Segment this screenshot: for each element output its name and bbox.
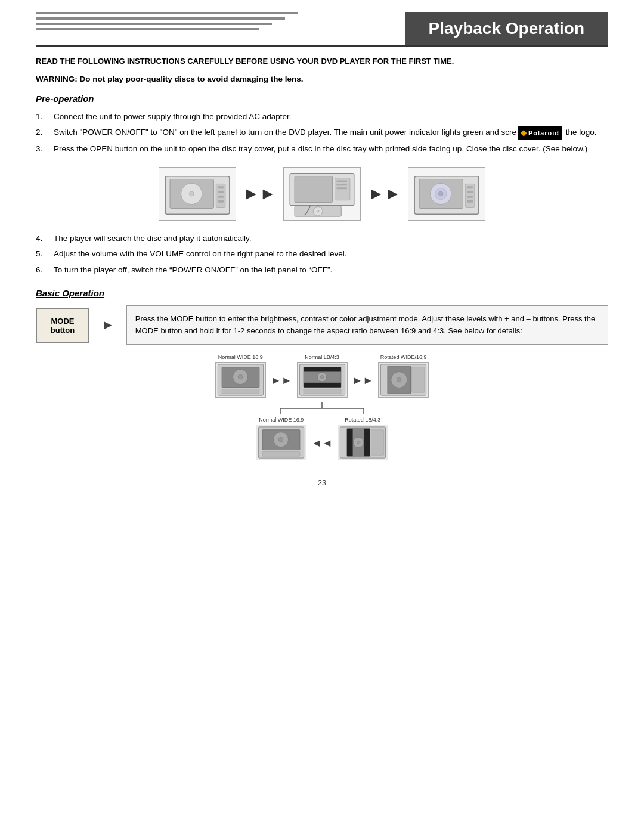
list-num-2: 2. [36, 126, 54, 140]
mode-svg-3 [379, 363, 428, 397]
list-text-2: Switch "POWER ON/OFF" to "ON" on the lef… [54, 126, 608, 140]
mode-arrow: ► [101, 317, 114, 333]
mode-image-1 [215, 362, 266, 398]
list-num-4: 4. [36, 233, 54, 244]
svg-rect-58 [371, 430, 383, 456]
mode-label-3: Rotated WIDE/16:9 [380, 354, 427, 360]
dvd-arrow-1: ►► [243, 184, 276, 203]
intro-text: READ THE FOLLOWING INSTRUCTIONS CAREFULL… [36, 56, 608, 67]
mode-label-1: Normal WIDE 16:9 [218, 354, 263, 360]
mode-image-4 [256, 425, 306, 460]
list-text-1: Connect the unit to power supply through… [54, 111, 608, 123]
header-line-4 [36, 28, 259, 30]
page: Playback Operation READ THE FOLLOWING IN… [0, 0, 644, 833]
svg-rect-24 [467, 186, 473, 188]
mode-label-2: Normal LB/4:3 [305, 354, 339, 360]
svg-point-38 [320, 375, 324, 379]
svg-rect-16 [336, 184, 347, 185]
warning-text: WARNING: Do not play poor-quality discs … [36, 74, 608, 85]
page-title: Playback Operation [405, 12, 608, 45]
dvd-svg-1 [159, 168, 236, 220]
list-num-5: 5. [36, 248, 54, 260]
mode-diagrams-row-1: Normal WIDE 16:9 ►► [36, 354, 608, 398]
svg-rect-53 [262, 452, 300, 457]
list-text-5: Adjust the volume with the VOLUME contro… [54, 248, 608, 260]
basic-op-content: MODEbutton ► Press the MODE button to en… [36, 305, 608, 345]
svg-point-22 [439, 191, 444, 196]
mode-description-box: Press the MODE button to enter the brigh… [126, 305, 608, 345]
svg-rect-15 [336, 181, 347, 182]
dvd-image-2 [283, 167, 361, 221]
svg-point-60 [357, 441, 360, 444]
mode-diagram-normal-lb: Normal LB/4:3 [297, 354, 348, 398]
header-line-1 [36, 12, 298, 14]
list-num-1: 1. [36, 111, 54, 123]
header-area: Playback Operation [0, 0, 644, 12]
pre-operation-list-2: 4. The player will search the disc and p… [36, 233, 608, 276]
pre-operation-title: Pre-operation [36, 94, 608, 104]
list-num-6: 6. [36, 264, 54, 276]
list-item-2: 2. Switch "POWER ON/OFF" to "ON" on the … [36, 126, 608, 140]
mode-diagram-rotated-lb: Rotated LB/4:3 [338, 417, 388, 460]
list-item-1: 1. Connect the unit to power supply thro… [36, 111, 608, 123]
svg-rect-36 [304, 383, 341, 388]
dvd-svg-2 [284, 168, 360, 220]
mode-diagram-normal-wide-2: Normal WIDE 16:9 [256, 417, 306, 460]
mode-image-3 [378, 362, 429, 398]
svg-rect-57 [364, 429, 370, 456]
mode-button-box: MODEbutton [36, 308, 89, 343]
svg-rect-8 [218, 200, 224, 203]
svg-rect-5 [218, 186, 224, 188]
dvd-image-3 [408, 167, 485, 221]
basic-operation-section: Basic Operation MODEbutton ► Press the M… [36, 288, 608, 460]
svg-rect-39 [304, 389, 341, 394]
mode-arrow-small-1: ►► [271, 374, 292, 387]
mode-image-5 [338, 425, 388, 460]
header-lines [36, 12, 298, 30]
mode-diagram-normal-wide: Normal WIDE 16:9 [215, 354, 266, 398]
basic-operation-title: Basic Operation [36, 288, 608, 298]
mode-svg-2 [298, 363, 347, 397]
svg-rect-42 [412, 367, 425, 393]
dvd-svg-3 [408, 168, 485, 220]
svg-point-3 [189, 191, 194, 196]
polaroid-logo: ◆Polaroid [518, 126, 562, 140]
mode-diagrams-row-2: Normal WIDE 16:9 ◄◄ Rotated LB/4:3 [36, 417, 608, 460]
header-line-3 [36, 23, 272, 25]
svg-rect-56 [347, 429, 353, 456]
mode-svg-1 [216, 363, 265, 397]
svg-rect-32 [222, 389, 259, 394]
svg-rect-26 [467, 196, 473, 198]
svg-rect-7 [218, 196, 224, 198]
svg-rect-35 [304, 367, 341, 372]
header-line-2 [36, 17, 285, 20]
svg-rect-27 [467, 200, 473, 203]
mode-label-4: Normal WIDE 16:9 [259, 417, 304, 423]
mode-svg-4 [256, 425, 306, 460]
dvd-steps-images: ►► [36, 167, 608, 221]
connecting-lines-svg [262, 402, 382, 414]
content-area: READ THE FOLLOWING INSTRUCTIONS CAREFULL… [0, 47, 644, 496]
page-number: 23 [36, 478, 608, 487]
svg-point-52 [278, 437, 283, 442]
list-text-3: Press the OPEN button on the unit to ope… [54, 143, 608, 155]
list-item-3: 3. Press the OPEN button on the unit to … [36, 143, 608, 155]
pre-operation-list: 1. Connect the unit to power supply thro… [36, 111, 608, 155]
mode-arrow-small-3: ◄◄ [311, 437, 333, 450]
dvd-arrow-2: ►► [368, 184, 401, 203]
mode-diagram-rotated-wide: Rotated WIDE/16:9 [378, 354, 429, 398]
list-item-6: 6. To turn the player off, switch the “P… [36, 264, 608, 276]
svg-point-31 [238, 374, 243, 379]
list-num-3: 3. [36, 143, 54, 155]
mode-image-2 [297, 362, 348, 398]
mode-arrow-small-2: ►► [352, 374, 374, 387]
mode-svg-5 [338, 425, 388, 460]
svg-point-13 [317, 210, 319, 212]
list-text-6: To turn the player off, switch the “POWE… [54, 264, 608, 276]
svg-rect-6 [218, 191, 224, 193]
svg-rect-17 [336, 187, 347, 189]
svg-point-44 [397, 377, 402, 382]
mode-description-text: Press the MODE button to enter the brigh… [135, 314, 595, 335]
list-item-5: 5. Adjust the volume with the VOLUME con… [36, 248, 608, 260]
dvd-image-1 [159, 167, 236, 221]
